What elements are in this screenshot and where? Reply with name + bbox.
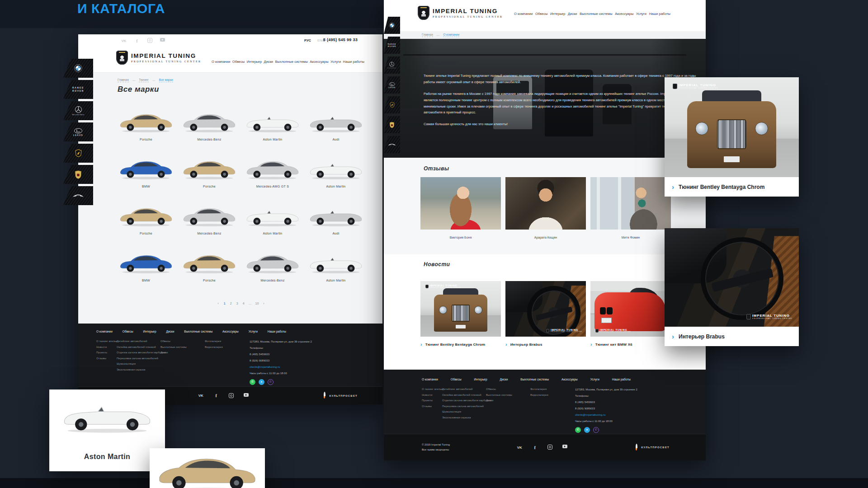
footer-link[interactable]: Шумоизоляция xyxy=(442,410,486,413)
floating-card-brabus[interactable]: IMPERIAL TUNINGPROFESSIONAL TUNING CENTE… xyxy=(665,228,799,346)
review-card[interactable]: Митя Фомин xyxy=(590,177,671,239)
footer-nav-link[interactable]: Выхлопные системы xyxy=(184,330,212,333)
vk-icon[interactable]: VK xyxy=(121,38,127,43)
brand-tile[interactable] xyxy=(384,96,400,113)
car-card[interactable]: Mercedes-AMG GT S xyxy=(244,156,301,203)
vk-icon[interactable]: VK xyxy=(517,445,522,450)
breadcrumb-item[interactable]: — xyxy=(437,33,440,37)
breadcrumb-item[interactable]: Тюнинг xyxy=(139,78,149,82)
footer-link[interactable]: Перешивка салона автомобилей xyxy=(117,357,160,360)
footer-nav-link[interactable]: Аксессуары xyxy=(222,330,239,333)
news-card[interactable]: IMPERIAL TUNINGPROFESSIONAL TUNING CENTE… xyxy=(590,281,671,347)
whatsapp-icon[interactable]: ✆ xyxy=(575,427,581,433)
footer-link[interactable]: Эксклюзивная окраска xyxy=(442,416,486,419)
footer-link[interactable]: Новости xyxy=(96,346,117,348)
footer-link[interactable]: Детейлинг автомобилей xyxy=(442,388,486,390)
car-card[interactable]: Porsche xyxy=(118,109,175,156)
brand-tile[interactable]: RANGEROVER xyxy=(63,80,93,99)
viber-icon[interactable]: ✆ xyxy=(593,427,599,433)
telegram-icon[interactable]: ➤ xyxy=(259,379,264,385)
car-card[interactable]: Mercedes-Benz xyxy=(244,250,301,297)
footer-nav-link[interactable]: Интерьер xyxy=(474,378,487,381)
brand-tile[interactable] xyxy=(63,186,93,205)
viber-icon[interactable]: ✆ xyxy=(268,379,274,385)
car-card[interactable]: Aston Martin xyxy=(244,203,301,250)
footer-link[interactable]: Обвесы xyxy=(486,388,530,390)
whatsapp-icon[interactable]: ✆ xyxy=(250,379,255,385)
footer-link[interactable]: Детейлинг автомобилей xyxy=(117,340,160,343)
car-card[interactable]: Audi xyxy=(307,109,364,156)
news-card[interactable]: IMPERIAL TUNINGPROFESSIONAL TUNING CENTE… xyxy=(505,281,586,347)
facebook-icon[interactable]: f xyxy=(532,445,538,450)
breadcrumb-item[interactable]: Главная xyxy=(118,78,129,82)
brand-tile[interactable]: RANGEROVER xyxy=(384,37,400,54)
lang-switch-rus[interactable]: РУС xyxy=(304,38,311,42)
footer-link[interactable]: О тюнинг ателье xyxy=(422,388,442,390)
footer-nav-link[interactable]: О компании xyxy=(422,378,438,381)
nav-item[interactable]: Интерьер xyxy=(247,60,262,64)
footer-link[interactable]: Обвесы xyxy=(160,340,205,343)
footer-nav-link[interactable]: Диски xyxy=(500,378,508,381)
footer-nav-link[interactable]: Наши работы xyxy=(268,330,286,333)
car-card[interactable]: Mercedes-Benz xyxy=(181,109,238,156)
breadcrumb-item[interactable]: Главная xyxy=(422,33,433,37)
breadcrumb-item[interactable]: — xyxy=(152,79,156,82)
footer-link[interactable]: Отделка салона автомобиля карбоном xyxy=(442,399,486,402)
review-card[interactable]: Виктория Боня xyxy=(420,177,501,239)
footer-email[interactable]: clients@imperialtuning.ru xyxy=(575,413,637,417)
nav-item[interactable]: Диски xyxy=(568,12,577,16)
vk-icon[interactable]: VK xyxy=(198,393,203,399)
nav-item[interactable]: Услуги xyxy=(330,60,341,64)
header-phone[interactable]: 8 (495) 545 99 33 xyxy=(323,38,358,42)
brand-tile[interactable] xyxy=(384,136,400,153)
nav-item[interactable]: О компании xyxy=(212,60,230,64)
pagination-item[interactable]: › xyxy=(262,302,265,305)
review-card[interactable]: Арарата Кещян xyxy=(505,177,586,239)
nav-item[interactable]: Интерьер xyxy=(550,12,565,16)
pagination-item[interactable]: … xyxy=(249,302,252,305)
instagram-icon[interactable] xyxy=(547,445,552,450)
youtube-icon[interactable] xyxy=(160,38,165,42)
footer-nav-link[interactable]: Диски xyxy=(166,330,175,333)
news-card[interactable]: IMPERIAL TUNINGPROFESSIONAL TUNING CENTE… xyxy=(420,281,501,347)
footer-nav-link[interactable]: Обвесы xyxy=(451,378,462,381)
footer-nav-link[interactable]: Услуги xyxy=(249,330,258,333)
footer-link[interactable]: Шумоизоляция xyxy=(117,362,160,365)
youtube-icon[interactable] xyxy=(244,393,249,397)
nav-item[interactable]: О компании xyxy=(514,12,533,16)
brand-tile[interactable] xyxy=(63,144,93,163)
footer-link[interactable]: Выхлопные системы xyxy=(486,394,530,396)
site-logo[interactable]: IMPERIAL TUNING PROFESSIONAL TUNING CENT… xyxy=(418,6,503,20)
brand-tile[interactable]: Mercedes-Benz xyxy=(384,56,400,74)
nav-item[interactable]: Диски xyxy=(264,60,274,64)
footer-link[interactable]: Выхлопные системы xyxy=(160,346,205,348)
footer-link[interactable]: Диски xyxy=(160,351,205,354)
footer-nav-link[interactable]: Аксессуары xyxy=(561,378,578,381)
site-logo[interactable]: IMPERIAL TUNING PROFESSIONAL TUNING CENT… xyxy=(116,51,201,65)
floating-card-aston-martin[interactable]: Aston Martin xyxy=(49,389,165,471)
nav-item[interactable]: Услуги xyxy=(636,12,646,16)
floating-card-porsche[interactable] xyxy=(150,448,265,488)
footer-link[interactable]: Проекты xyxy=(96,351,117,354)
car-card[interactable]: Aston Martin xyxy=(307,250,364,297)
brand-tile[interactable]: LEXUS xyxy=(63,122,93,141)
footer-link[interactable]: Перешивка салона автомобилей xyxy=(442,405,486,408)
car-card[interactable]: Aston Martin xyxy=(244,109,301,156)
car-card[interactable]: Aston Martin xyxy=(307,156,364,203)
footer-link[interactable]: Фотогалерея xyxy=(205,340,250,343)
brand-tile[interactable] xyxy=(384,17,400,34)
breadcrumb-item[interactable]: Все марки xyxy=(159,78,173,82)
studio-credit[interactable]: КУЛЬТПРОСВЕТ xyxy=(322,392,358,399)
footer-phone-2[interactable]: 8 (926) 9089033 xyxy=(250,359,312,363)
footer-link[interactable]: Оклейка автомобилей пленкой xyxy=(117,346,160,348)
brand-tile[interactable] xyxy=(384,116,400,133)
brand-tile[interactable] xyxy=(63,165,93,184)
footer-link[interactable]: Эксклюзивная окраска xyxy=(117,368,160,371)
nav-item[interactable]: Аксессуары xyxy=(615,12,633,16)
footer-phone-1[interactable]: 8 (495) 5459933 xyxy=(250,352,312,357)
car-card[interactable]: BMW xyxy=(118,156,175,203)
pagination-item[interactable]: 1 xyxy=(223,302,226,305)
nav-item[interactable]: Обвесы xyxy=(535,12,547,16)
nav-item[interactable]: Выхлопные системы xyxy=(580,12,612,16)
footer-link[interactable]: Новости xyxy=(422,394,442,396)
